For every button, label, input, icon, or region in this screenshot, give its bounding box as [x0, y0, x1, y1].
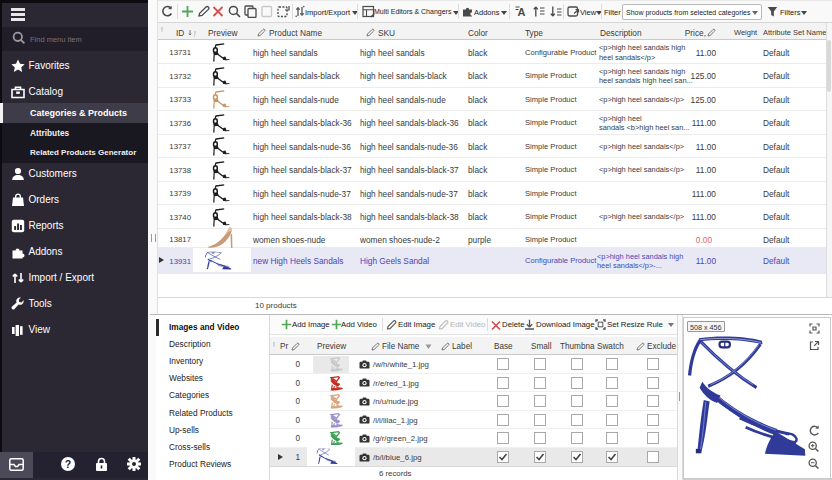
svg-text:?: ?: [65, 458, 71, 470]
svg-text:A: A: [518, 6, 526, 18]
